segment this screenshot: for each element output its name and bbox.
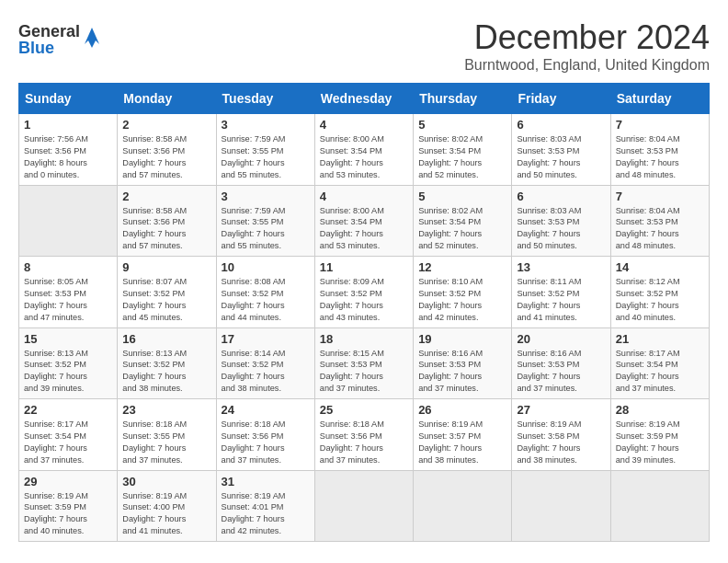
table-row: 4Sunrise: 8:00 AMSunset: 3:54 PMDaylight…: [314, 185, 413, 257]
table-row: 25Sunrise: 8:18 AMSunset: 3:56 PMDayligh…: [314, 399, 413, 471]
col-wednesday: Wednesday: [314, 84, 413, 114]
day-number: 7: [616, 118, 704, 132]
empty-cell: [414, 470, 512, 542]
day-number: 21: [616, 332, 704, 346]
day-info: Sunrise: 8:02 AMSunset: 3:54 PMDaylight:…: [418, 205, 506, 253]
day-info: Sunrise: 7:59 AMSunset: 3:55 PMDaylight:…: [222, 205, 310, 253]
table-row: 7Sunrise: 8:04 AMSunset: 3:53 PMDaylight…: [610, 114, 709, 186]
table-row: 18Sunrise: 8:15 AMSunset: 3:53 PMDayligh…: [314, 327, 413, 399]
table-row: 3Sunrise: 7:59 AMSunset: 3:55 PMDaylight…: [216, 185, 314, 257]
table-row: 24Sunrise: 8:18 AMSunset: 3:56 PMDayligh…: [216, 399, 314, 471]
table-row: 23Sunrise: 8:18 AMSunset: 3:55 PMDayligh…: [118, 399, 216, 471]
day-info: Sunrise: 8:07 AMSunset: 3:52 PMDaylight:…: [122, 276, 210, 324]
svg-marker-2: [85, 28, 99, 48]
day-info: Sunrise: 8:58 AMSunset: 3:56 PMDaylight:…: [122, 205, 210, 253]
col-friday: Friday: [512, 84, 610, 114]
day-number: 2: [122, 118, 210, 132]
col-tuesday: Tuesday: [216, 84, 314, 114]
day-info: Sunrise: 8:04 AMSunset: 3:53 PMDaylight:…: [616, 205, 704, 253]
calendar-week-row: 15Sunrise: 8:13 AMSunset: 3:52 PMDayligh…: [19, 327, 710, 399]
table-row: 22Sunrise: 8:17 AMSunset: 3:54 PMDayligh…: [19, 399, 118, 471]
day-number: 4: [320, 118, 408, 132]
table-row: 14Sunrise: 8:12 AMSunset: 3:52 PMDayligh…: [610, 257, 709, 328]
table-row: 5Sunrise: 8:02 AMSunset: 3:54 PMDaylight…: [414, 185, 512, 257]
day-number: 19: [418, 332, 506, 346]
day-info: Sunrise: 8:58 AMSunset: 3:56 PMDaylight:…: [122, 133, 210, 181]
day-number: 4: [320, 190, 408, 203]
table-row: 19Sunrise: 8:16 AMSunset: 3:53 PMDayligh…: [414, 327, 512, 399]
page-subtitle: Burntwood, England, United Kingdom: [464, 57, 710, 74]
day-number: 1: [24, 118, 112, 132]
table-row: 4Sunrise: 8:00 AMSunset: 3:54 PMDaylight…: [314, 114, 413, 186]
day-number: 17: [222, 332, 310, 346]
day-number: 24: [222, 403, 310, 417]
table-row: 21Sunrise: 8:17 AMSunset: 3:54 PMDayligh…: [610, 327, 709, 399]
svg-text:General: General: [18, 22, 80, 40]
day-info: Sunrise: 8:14 AMSunset: 3:52 PMDaylight:…: [222, 348, 310, 396]
day-info: Sunrise: 8:17 AMSunset: 3:54 PMDaylight:…: [616, 348, 704, 396]
day-number: 15: [24, 332, 112, 346]
day-info: Sunrise: 8:11 AMSunset: 3:52 PMDaylight:…: [517, 276, 605, 324]
day-info: Sunrise: 8:18 AMSunset: 3:56 PMDaylight:…: [222, 419, 310, 466]
day-info: Sunrise: 8:13 AMSunset: 3:52 PMDaylight:…: [24, 348, 112, 396]
table-row: 26Sunrise: 8:19 AMSunset: 3:57 PMDayligh…: [414, 399, 512, 471]
day-info: Sunrise: 7:56 AMSunset: 3:56 PMDaylight:…: [24, 133, 112, 181]
table-row: 16Sunrise: 8:13 AMSunset: 3:52 PMDayligh…: [118, 327, 216, 399]
table-row: 10Sunrise: 8:08 AMSunset: 3:52 PMDayligh…: [216, 257, 314, 328]
day-number: 13: [517, 260, 605, 274]
day-number: 23: [122, 403, 210, 417]
day-number: 7: [616, 190, 704, 203]
calendar-week-row: 8Sunrise: 8:05 AMSunset: 3:53 PMDaylight…: [19, 257, 710, 328]
day-info: Sunrise: 8:19 AMSunset: 3:58 PMDaylight:…: [517, 419, 605, 466]
col-monday: Monday: [118, 84, 216, 114]
empty-cell: [19, 185, 118, 257]
day-info: Sunrise: 8:19 AMSunset: 4:01 PMDaylight:…: [222, 490, 310, 538]
day-number: 29: [24, 475, 112, 488]
empty-cell: [610, 470, 709, 542]
table-row: 2Sunrise: 8:58 AMSunset: 3:56 PMDaylight…: [118, 114, 216, 186]
day-number: 6: [517, 190, 605, 203]
day-info: Sunrise: 8:19 AMSunset: 3:59 PMDaylight:…: [616, 419, 704, 466]
day-number: 3: [222, 118, 310, 132]
title-area: December 2024 Burntwood, England, United…: [464, 18, 710, 74]
day-number: 5: [418, 190, 506, 203]
day-number: 16: [122, 332, 210, 346]
day-number: 8: [24, 260, 112, 274]
day-number: 20: [517, 332, 605, 346]
table-row: 30Sunrise: 8:19 AMSunset: 4:00 PMDayligh…: [118, 470, 216, 542]
table-row: 12Sunrise: 8:10 AMSunset: 3:52 PMDayligh…: [414, 257, 512, 328]
day-number: 25: [320, 403, 408, 417]
col-saturday: Saturday: [610, 84, 709, 114]
day-info: Sunrise: 8:16 AMSunset: 3:53 PMDaylight:…: [517, 348, 605, 396]
table-row: 28Sunrise: 8:19 AMSunset: 3:59 PMDayligh…: [610, 399, 709, 471]
day-info: Sunrise: 8:16 AMSunset: 3:53 PMDaylight:…: [418, 348, 506, 396]
day-info: Sunrise: 8:19 AMSunset: 4:00 PMDaylight:…: [122, 490, 210, 538]
calendar-week-row: 2Sunrise: 8:58 AMSunset: 3:56 PMDaylight…: [19, 185, 710, 257]
day-number: 18: [320, 332, 408, 346]
day-info: Sunrise: 8:10 AMSunset: 3:52 PMDaylight:…: [418, 276, 506, 324]
day-info: Sunrise: 7:59 AMSunset: 3:55 PMDaylight:…: [222, 133, 310, 181]
day-info: Sunrise: 8:19 AMSunset: 3:59 PMDaylight:…: [24, 490, 112, 538]
calendar-week-row: 22Sunrise: 8:17 AMSunset: 3:54 PMDayligh…: [19, 399, 710, 471]
header: General Blue December 2024 Burntwood, En…: [18, 18, 710, 74]
day-number: 6: [517, 118, 605, 132]
day-number: 5: [418, 118, 506, 132]
day-info: Sunrise: 8:19 AMSunset: 3:57 PMDaylight:…: [418, 419, 506, 466]
logo: General Blue: [18, 18, 101, 59]
day-number: 2: [122, 190, 210, 203]
table-row: 6Sunrise: 8:03 AMSunset: 3:53 PMDaylight…: [512, 114, 610, 186]
table-row: 7Sunrise: 8:04 AMSunset: 3:53 PMDaylight…: [610, 185, 709, 257]
table-row: 27Sunrise: 8:19 AMSunset: 3:58 PMDayligh…: [512, 399, 610, 471]
day-info: Sunrise: 8:02 AMSunset: 3:54 PMDaylight:…: [418, 133, 506, 181]
day-info: Sunrise: 8:12 AMSunset: 3:52 PMDaylight:…: [616, 276, 704, 324]
table-row: 6Sunrise: 8:03 AMSunset: 3:53 PMDaylight…: [512, 185, 610, 257]
day-info: Sunrise: 8:15 AMSunset: 3:53 PMDaylight:…: [320, 348, 408, 396]
calendar-week-row: 29Sunrise: 8:19 AMSunset: 3:59 PMDayligh…: [19, 470, 710, 542]
day-number: 30: [122, 475, 210, 488]
day-info: Sunrise: 8:00 AMSunset: 3:54 PMDaylight:…: [320, 133, 408, 181]
empty-cell: [314, 470, 413, 542]
day-number: 12: [418, 260, 506, 274]
empty-cell: [512, 470, 610, 542]
day-number: 11: [320, 260, 408, 274]
day-number: 26: [418, 403, 506, 417]
